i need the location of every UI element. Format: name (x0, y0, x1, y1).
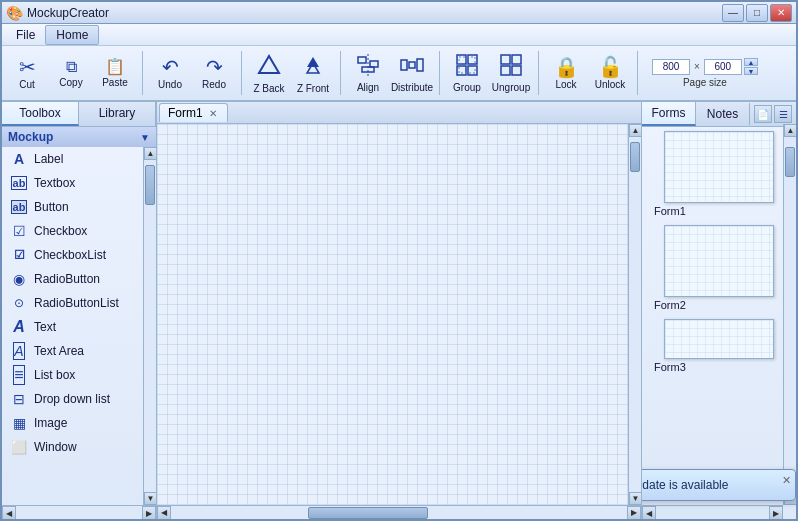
form-thumbnail-3[interactable] (664, 319, 774, 359)
page-size-down[interactable]: ▼ (744, 67, 758, 75)
group-label: Group (453, 82, 481, 93)
lock-button[interactable]: 🔒 Lock (545, 48, 587, 98)
align-button[interactable]: Align (347, 48, 389, 98)
zfront-button[interactable]: Z Front (292, 48, 334, 98)
menu-file[interactable]: File (6, 26, 45, 44)
label-icon (10, 150, 28, 168)
toolbox-item-radiobuttonlist[interactable]: ⊙ RadioButtonList (2, 291, 143, 315)
copy-label: Copy (59, 77, 82, 88)
menu-home[interactable]: Home (45, 25, 99, 45)
unlock-icon: 🔓 (598, 57, 623, 77)
canvas-scroll-down[interactable]: ▼ (629, 492, 641, 505)
minimize-button[interactable]: — (722, 4, 744, 22)
tab-toolbox[interactable]: Toolbox (2, 102, 79, 126)
svg-rect-12 (457, 66, 466, 75)
toolbox-item-radiobutton[interactable]: RadioButton (2, 267, 143, 291)
toolbox-item-button[interactable]: Button (2, 195, 143, 219)
text-icon (10, 318, 28, 336)
form-thumbnail-2[interactable] (664, 225, 774, 297)
right-scroll-up[interactable]: ▲ (784, 124, 796, 137)
paste-button[interactable]: 📋 Paste (94, 48, 136, 98)
form-label-3: Form3 (646, 361, 792, 373)
close-button[interactable]: ✕ (770, 4, 792, 22)
tab-library[interactable]: Library (79, 102, 156, 126)
toolbox-item-listbox[interactable]: List box (2, 363, 143, 387)
toolbox-category[interactable]: Mockup ▼ (2, 127, 156, 147)
paste-icon: 📋 (105, 59, 125, 75)
toolbox-item-textbox[interactable]: Textbox (2, 171, 143, 195)
right-hscrollbar: ◀ ▶ (642, 505, 783, 519)
copy-button[interactable]: ⧉ Copy (50, 48, 92, 98)
undo-button[interactable]: ↶ Undo (149, 48, 191, 98)
right-hscroll-right[interactable]: ▶ (769, 506, 783, 519)
distribute-label: Distribute (391, 82, 433, 93)
canvas-hscroll-thumb (308, 507, 428, 519)
page-size-up[interactable]: ▲ (744, 58, 758, 66)
canvas-scroll-up[interactable]: ▲ (629, 124, 641, 137)
app-title: MockupCreator (27, 6, 720, 20)
canvas-hscroll-left[interactable]: ◀ (157, 506, 171, 520)
canvas-hscroll-track[interactable] (171, 506, 627, 520)
cut-label: Cut (19, 79, 35, 90)
tab-forms[interactable]: Forms (642, 102, 696, 126)
toolbox-item-text[interactable]: Text (2, 315, 143, 339)
group-button[interactable]: Group (446, 48, 488, 98)
zback-button[interactable]: Z Back (248, 48, 290, 98)
zfront-label: Z Front (297, 83, 329, 94)
canvas-tab-close[interactable]: ✕ (209, 108, 217, 119)
distribute-button[interactable]: Distribute (391, 48, 433, 98)
zfront-icon (301, 53, 325, 81)
unlock-button[interactable]: 🔓 Unlock (589, 48, 631, 98)
form-entry-3: Form3 (646, 319, 792, 373)
toolbox-item-checkbox[interactable]: Checkbox (2, 219, 143, 243)
right-hscroll-left[interactable]: ◀ (642, 506, 656, 519)
redo-button[interactable]: ↷ Redo (193, 48, 235, 98)
toolbox-hscroll-left[interactable]: ◀ (2, 506, 16, 519)
canvas-area: Form1 ✕ ▲ ▼ ◀ ▶ (157, 102, 641, 519)
page-height-input[interactable]: 600 (704, 59, 742, 75)
svg-rect-10 (457, 55, 466, 64)
svg-rect-8 (409, 62, 415, 68)
form-thumbnail-1[interactable] (664, 131, 774, 203)
right-panel-tabs: Forms Notes 📄 ☰ (642, 102, 796, 127)
canvas-hscroll-right[interactable]: ▶ (627, 506, 641, 520)
toolbox-item-dropdown[interactable]: Drop down list (2, 387, 143, 411)
right-icon-list[interactable]: ☰ (774, 105, 792, 123)
notification-close[interactable]: ✕ (782, 474, 791, 487)
canvas-tab-form1[interactable]: Form1 ✕ (159, 103, 228, 122)
toolbox-item-checkboxlist[interactable]: ☑ CheckboxList (2, 243, 143, 267)
zback-icon (257, 53, 281, 81)
textarea-icon (10, 342, 28, 360)
svg-rect-16 (512, 55, 521, 64)
toolbox-item-textarea[interactable]: Text Area (2, 339, 143, 363)
toolbox-scroll-down[interactable]: ▼ (144, 492, 156, 505)
toolbox-item-window[interactable]: Window (2, 435, 143, 459)
page-width-input[interactable]: 800 (652, 59, 690, 75)
toolbox-item-image[interactable]: Image (2, 411, 143, 435)
ungroup-icon (499, 53, 523, 80)
forms-list: Form1 Form2 Form3 Update is available ✕ (642, 127, 796, 519)
maximize-button[interactable]: □ (746, 4, 768, 22)
checkboxlist-icon: ☑ (10, 246, 28, 264)
tab-notes[interactable]: Notes (696, 103, 750, 125)
page-size-group: 800 × 600 ▲ ▼ Page size (644, 48, 766, 98)
window-icon (10, 438, 28, 456)
zback-label: Z Back (253, 83, 284, 94)
right-hscroll-track[interactable] (656, 506, 769, 519)
right-vscrollbar: ▲ ▼ (783, 124, 796, 505)
svg-rect-17 (501, 66, 510, 75)
toolbox-item-label[interactable]: Label (2, 147, 143, 171)
canvas-scroll-track[interactable] (629, 137, 641, 492)
toolbox-wrapper: Label Textbox Button Check (2, 147, 156, 505)
toolbox-hscroll-right[interactable]: ▶ (142, 506, 156, 519)
right-icon-page[interactable]: 📄 (754, 105, 772, 123)
grid-canvas[interactable] (157, 124, 641, 505)
toolbox-scroll-track[interactable] (144, 160, 156, 492)
ungroup-label: Ungroup (492, 82, 530, 93)
cut-button[interactable]: ✂ Cut (6, 48, 48, 98)
ungroup-button[interactable]: Ungroup (490, 48, 532, 98)
toolbox-hscroll-track[interactable] (16, 506, 142, 519)
button-icon (10, 198, 28, 216)
right-scroll-track[interactable] (784, 137, 796, 492)
toolbox-scroll-up[interactable]: ▲ (144, 147, 156, 160)
